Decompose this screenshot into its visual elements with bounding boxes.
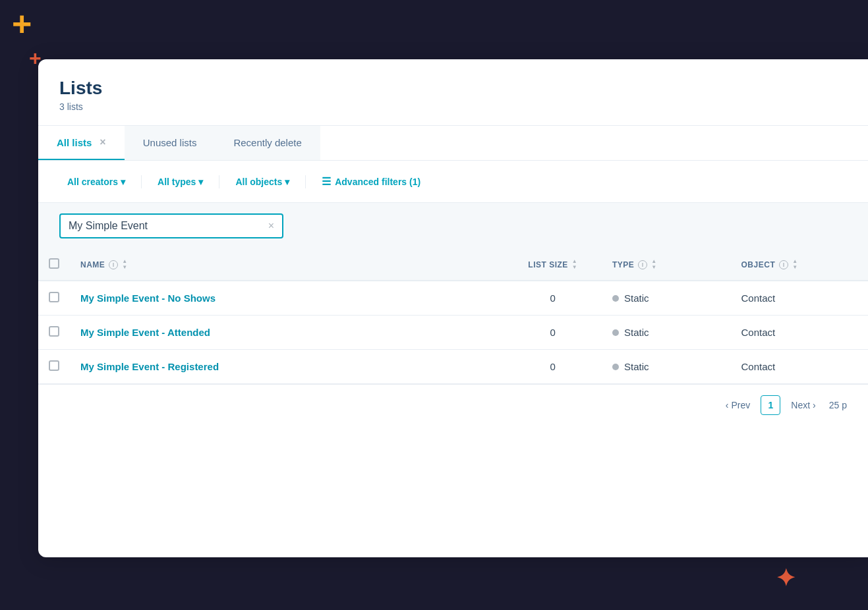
row-checkbox-1[interactable] xyxy=(49,326,59,337)
tab-unused-lists-label: Unused lists xyxy=(143,137,197,148)
row-size-value-2: 0 xyxy=(515,361,592,372)
row-name-cell: My Simple Event - No Shows xyxy=(70,281,504,316)
filters-row: All creators ▾ All types ▾ All objects ▾… xyxy=(38,161,868,203)
tab-recently-deleted[interactable]: Recently delete xyxy=(215,126,320,160)
types-chevron-icon: ▾ xyxy=(198,177,203,187)
tab-all-lists-close[interactable]: × xyxy=(100,136,105,148)
type-dot-icon-2 xyxy=(612,364,619,370)
header-checkbox[interactable] xyxy=(49,258,59,269)
table-row: My Simple Event - Registered 0 Static Co… xyxy=(38,350,868,384)
row-type-value-2: Static xyxy=(624,361,649,372)
next-chevron-icon: › xyxy=(813,400,816,410)
row-type-cell: Static xyxy=(602,281,731,316)
row-size-cell: 0 xyxy=(504,281,602,316)
object-sort[interactable]: ▲▼ xyxy=(792,259,797,270)
all-objects-label: All objects xyxy=(235,177,282,187)
row-checkbox-2[interactable] xyxy=(49,360,59,371)
row-object-value-1: Contact xyxy=(741,327,776,338)
per-page-label: 25 p xyxy=(829,400,847,410)
main-card: Lists 3 lists All lists × Unused lists R… xyxy=(38,59,868,557)
creators-chevron-icon: ▾ xyxy=(121,177,125,187)
row-object-cell: Contact xyxy=(731,281,868,316)
tab-unused-lists[interactable]: Unused lists xyxy=(125,126,216,160)
next-label: Next xyxy=(791,400,810,410)
row-type-value-0: Static xyxy=(624,292,649,304)
page-subtitle: 3 lists xyxy=(59,101,847,112)
row-size-cell: 0 xyxy=(504,350,602,384)
row-type-cell: Static xyxy=(602,316,731,350)
header-name: NAME i ▲▼ xyxy=(70,249,504,281)
tab-all-lists-label: All lists xyxy=(57,137,92,148)
all-creators-filter[interactable]: All creators ▾ xyxy=(59,173,133,191)
header-object-label: OBJECT xyxy=(741,260,776,269)
pagination-row: ‹ Prev 1 Next › 25 p xyxy=(38,384,868,426)
table-row: My Simple Event - No Shows 0 Static Cont… xyxy=(38,281,868,316)
filter-lines-icon: ☰ xyxy=(322,175,331,188)
tab-recently-deleted-label: Recently delete xyxy=(233,137,301,148)
objects-chevron-icon: ▾ xyxy=(285,177,289,187)
table-body: My Simple Event - No Shows 0 Static Cont… xyxy=(38,281,868,384)
type-info-icon: i xyxy=(638,260,647,269)
tab-all-lists[interactable]: All lists × xyxy=(38,126,125,160)
page-header: Lists 3 lists xyxy=(38,59,868,126)
table-row: My Simple Event - Attended 0 Static Cont… xyxy=(38,316,868,350)
row-object-value-2: Contact xyxy=(741,361,776,372)
row-name-cell: My Simple Event - Attended xyxy=(70,316,504,350)
deco-plus-yellow: + xyxy=(12,7,32,41)
header-checkbox-col xyxy=(38,249,70,281)
header-size-label: LIST SIZE xyxy=(528,260,568,269)
row-checkbox-cell xyxy=(38,350,70,384)
all-objects-filter[interactable]: All objects ▾ xyxy=(227,173,297,191)
type-dot-icon-1 xyxy=(612,329,619,336)
header-object: OBJECT i ▲▼ xyxy=(731,249,868,281)
type-sort[interactable]: ▲▼ xyxy=(651,259,656,270)
prev-label: Prev xyxy=(731,400,750,410)
header-name-label: NAME xyxy=(80,260,105,269)
header-type: TYPE i ▲▼ xyxy=(602,249,731,281)
row-name-cell: My Simple Event - Registered xyxy=(70,350,504,384)
advanced-filters-button[interactable]: ☰ Advanced filters (1) xyxy=(314,171,428,192)
all-types-filter[interactable]: All types ▾ xyxy=(150,173,211,191)
size-sort[interactable]: ▲▼ xyxy=(572,259,577,270)
current-page-number[interactable]: 1 xyxy=(761,395,780,415)
lists-table: NAME i ▲▼ LIST SIZE ▲▼ xyxy=(38,249,868,384)
row-object-cell: Contact xyxy=(731,316,868,350)
search-box: × xyxy=(59,213,283,238)
all-creators-label: All creators xyxy=(67,177,118,187)
header-list-size: LIST SIZE ▲▼ xyxy=(504,249,602,281)
filter-sep-1 xyxy=(141,175,142,188)
deco-star-red: ✦ xyxy=(776,567,796,590)
filter-sep-3 xyxy=(305,175,306,188)
search-row: × xyxy=(38,203,868,249)
row-checkbox-cell xyxy=(38,316,70,350)
list-name-link-0[interactable]: My Simple Event - No Shows xyxy=(80,292,216,304)
list-name-link-1[interactable]: My Simple Event - Attended xyxy=(80,327,210,338)
table-header-row: NAME i ▲▼ LIST SIZE ▲▼ xyxy=(38,249,868,281)
search-clear-icon[interactable]: × xyxy=(268,221,274,231)
header-type-label: TYPE xyxy=(612,260,634,269)
prev-page-button[interactable]: ‹ Prev xyxy=(720,397,755,413)
next-page-button[interactable]: Next › xyxy=(786,397,821,413)
prev-chevron-icon: ‹ xyxy=(726,400,729,410)
name-sort[interactable]: ▲▼ xyxy=(122,259,127,270)
row-checkbox-cell xyxy=(38,281,70,316)
type-dot-icon-0 xyxy=(612,295,619,302)
advanced-filters-label: Advanced filters (1) xyxy=(335,177,420,187)
row-object-value-0: Contact xyxy=(741,292,776,304)
row-type-value-1: Static xyxy=(624,327,649,338)
search-input[interactable] xyxy=(69,220,263,232)
list-name-link-2[interactable]: My Simple Event - Registered xyxy=(80,361,219,372)
all-types-label: All types xyxy=(158,177,196,187)
filter-sep-2 xyxy=(219,175,219,188)
table-container: NAME i ▲▼ LIST SIZE ▲▼ xyxy=(38,249,868,384)
row-size-value-1: 0 xyxy=(515,327,592,338)
row-size-cell: 0 xyxy=(504,316,602,350)
row-checkbox-0[interactable] xyxy=(49,292,59,302)
page-title: Lists xyxy=(59,78,847,99)
tabs-row: All lists × Unused lists Recently delete xyxy=(38,126,868,161)
object-info-icon: i xyxy=(779,260,788,269)
row-size-value-0: 0 xyxy=(515,292,592,304)
name-info-icon: i xyxy=(109,260,118,269)
row-object-cell: Contact xyxy=(731,350,868,384)
row-type-cell: Static xyxy=(602,350,731,384)
